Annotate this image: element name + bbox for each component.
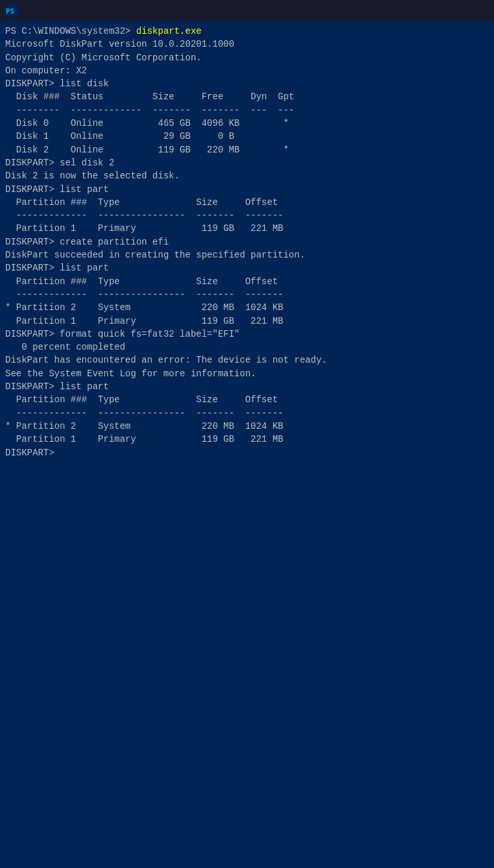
terminal-line: Partition 1 Primary 119 GB 221 MB [5,222,489,235]
title-bar: PS [0,0,494,21]
terminal-line: DiskPart succeeded in creating the speci… [5,248,489,261]
minimize-button[interactable] [397,0,426,21]
terminal-output[interactable]: PS C:\WINDOWS\system32> diskpart.exeMicr… [0,21,494,868]
terminal-line: Partition ### Type Size Offset [5,196,489,209]
powershell-icon: PS [5,4,18,17]
terminal-line: DISKPART> list part [5,261,489,274]
terminal-line: DISKPART> [5,446,489,459]
terminal-line: Disk ### Status Size Free Dyn Gpt [5,90,489,103]
terminal-line: ------------- ---------------- ------- -… [5,288,489,301]
close-button[interactable] [459,0,489,21]
terminal-line: -------- ------------- ------- ------- -… [5,104,489,117]
terminal-line: DISKPART> list part [5,380,489,393]
terminal-line: Partition ### Type Size Offset [5,393,489,406]
terminal-line: DISKPART> list part [5,183,489,196]
terminal-line: DISKPART> create partition efi [5,235,489,248]
terminal-line: Partition 1 Primary 119 GB 221 MB [5,433,489,446]
terminal-line: DISKPART> list disk [5,77,489,90]
maximize-button[interactable] [428,0,458,21]
terminal-line: 0 percent completed [5,341,489,354]
terminal-line: Partition ### Type Size Offset [5,275,489,288]
terminal-line: ------------- ---------------- ------- -… [5,407,489,420]
svg-text:PS: PS [6,7,14,16]
terminal-line: Microsoft DiskPart version 10.0.20201.10… [5,38,489,51]
powershell-window: PS PS C:\WINDOWS\system32> diskpart.exeM… [0,0,494,868]
terminal-line: See the System Event Log for more inform… [5,367,489,380]
terminal-line: * Partition 2 System 220 MB 1024 KB [5,420,489,433]
window-controls [397,0,489,21]
terminal-line: DISKPART> format quick fs=fat32 label="E… [5,328,489,341]
terminal-line: Disk 2 Online 119 GB 220 MB * [5,143,489,156]
terminal-line: Disk 1 Online 29 GB 0 B [5,130,489,143]
terminal-line: Disk 2 is now the selected disk. [5,169,489,182]
terminal-line: DISKPART> sel disk 2 [5,156,489,169]
terminal-line: Disk 0 Online 465 GB 4096 KB * [5,117,489,130]
terminal-line: On computer: X2 [5,64,489,77]
terminal-line: PS C:\WINDOWS\system32> diskpart.exe [5,25,489,38]
terminal-line: Copyright (C) Microsoft Corporation. [5,51,489,64]
terminal-line: DiskPart has encountered an error: The d… [5,354,489,367]
terminal-line: ------------- ---------------- ------- -… [5,209,489,222]
terminal-line: * Partition 2 System 220 MB 1024 KB [5,301,489,314]
terminal-line: Partition 1 Primary 119 GB 221 MB [5,315,489,328]
